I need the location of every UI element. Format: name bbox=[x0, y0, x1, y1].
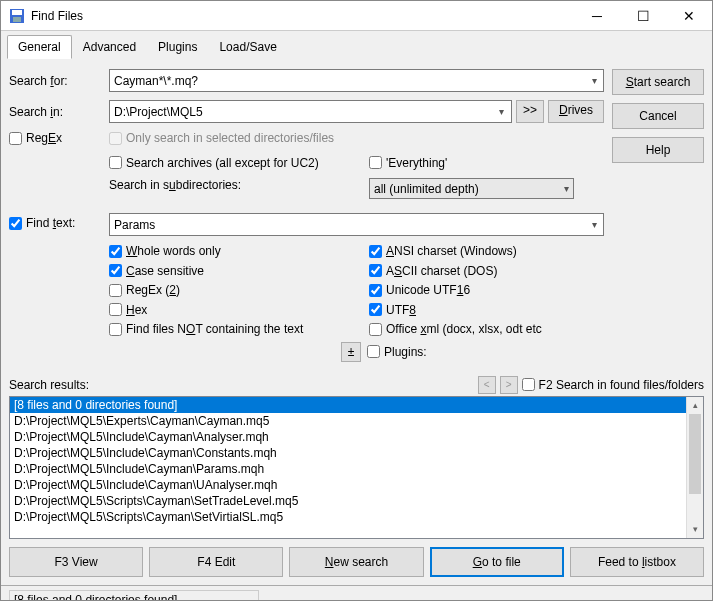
not-containing-checkbox[interactable]: Find files NOT containing the text bbox=[109, 322, 303, 336]
office-checkbox[interactable]: Office xml (docx, xlsx, odt etc bbox=[369, 322, 542, 336]
window-title: Find Files bbox=[31, 9, 574, 23]
regex-checkbox[interactable]: RegEx bbox=[9, 131, 62, 145]
close-button[interactable]: ✕ bbox=[666, 1, 712, 31]
results-header[interactable]: [8 files and 0 directories found] bbox=[10, 397, 703, 413]
search-in-combo[interactable]: ▾ bbox=[109, 100, 512, 123]
result-item[interactable]: D:\Project\MQL5\Scripts\Cayman\SetVirtia… bbox=[10, 509, 703, 525]
regex2-checkbox[interactable]: RegEx (2) bbox=[109, 283, 180, 297]
result-item[interactable]: D:\Project\MQL5\Scripts\Cayman\SetTradeL… bbox=[10, 493, 703, 509]
tab-general[interactable]: General bbox=[7, 35, 72, 59]
svg-rect-2 bbox=[13, 17, 21, 22]
f2-checkbox[interactable]: F2 Search in found files/folders bbox=[522, 378, 704, 392]
plugins-plus-button[interactable]: ± bbox=[341, 342, 361, 362]
search-for-label: Search for: bbox=[9, 74, 109, 88]
case-sensitive-checkbox[interactable]: Case sensitive bbox=[109, 264, 204, 278]
depth-select[interactable]: all (unlimited depth) ▾ bbox=[369, 178, 574, 199]
chevron-down-icon[interactable]: ▾ bbox=[585, 219, 603, 230]
status-text: [8 files and 0 directories found] bbox=[9, 590, 259, 602]
chevron-down-icon[interactable]: ▾ bbox=[493, 106, 511, 117]
chevron-down-icon[interactable]: ▾ bbox=[564, 183, 569, 194]
result-item[interactable]: D:\Project\MQL5\Include\Cayman\Analyser.… bbox=[10, 429, 703, 445]
result-item[interactable]: D:\Project\MQL5\Include\Cayman\Constants… bbox=[10, 445, 703, 461]
next-result-button[interactable]: > bbox=[500, 376, 518, 394]
find-text-combo[interactable]: ▾ bbox=[109, 213, 604, 236]
chevron-down-icon[interactable]: ▾ bbox=[585, 75, 603, 86]
search-for-input[interactable] bbox=[110, 74, 585, 88]
scroll-thumb[interactable] bbox=[689, 414, 701, 494]
only-selected-checkbox: Only search in selected directories/file… bbox=[109, 131, 334, 145]
tab-row: General Advanced Plugins Load/Save bbox=[1, 31, 712, 59]
drives-button[interactable]: Drives bbox=[548, 100, 604, 123]
result-item[interactable]: D:\Project\MQL5\Include\Cayman\Params.mq… bbox=[10, 461, 703, 477]
scrollbar[interactable]: ▴ ▾ bbox=[686, 397, 703, 538]
search-for-combo[interactable]: ▾ bbox=[109, 69, 604, 92]
app-icon bbox=[9, 8, 25, 24]
find-text-checkbox[interactable]: Find text: bbox=[9, 216, 75, 230]
f3-view-button[interactable]: F3 View bbox=[9, 547, 143, 577]
whole-words-checkbox[interactable]: Whole words only bbox=[109, 244, 221, 258]
maximize-button[interactable]: ☐ bbox=[620, 1, 666, 31]
scroll-down-icon[interactable]: ▾ bbox=[687, 521, 703, 538]
result-item[interactable]: D:\Project\MQL5\Include\Cayman\UAnalyser… bbox=[10, 477, 703, 493]
scroll-up-icon[interactable]: ▴ bbox=[687, 397, 703, 414]
titlebar: Find Files ─ ☐ ✕ bbox=[1, 1, 712, 31]
tab-loadsave[interactable]: Load/Save bbox=[208, 35, 287, 59]
status-bar: [8 files and 0 directories found] bbox=[1, 585, 712, 602]
result-item[interactable]: D:\Project\MQL5\Experts\Cayman\Cayman.mq… bbox=[10, 413, 703, 429]
find-text-input[interactable] bbox=[110, 218, 585, 232]
depth-value: all (unlimited depth) bbox=[374, 182, 479, 196]
prev-result-button[interactable]: < bbox=[478, 376, 496, 394]
subdirs-label: Search in subdirectories: bbox=[109, 178, 241, 192]
everything-checkbox[interactable]: 'Everything' bbox=[369, 156, 447, 170]
help-button[interactable]: Help bbox=[612, 137, 704, 163]
more-button[interactable]: >> bbox=[516, 100, 544, 123]
search-archives-checkbox[interactable]: Search archives (all except for UC2) bbox=[109, 156, 319, 170]
search-in-label: Search in: bbox=[9, 105, 109, 119]
feed-listbox-button[interactable]: Feed to listbox bbox=[570, 547, 704, 577]
new-search-button[interactable]: New search bbox=[289, 547, 423, 577]
utf16-checkbox[interactable]: Unicode UTF16 bbox=[369, 283, 470, 297]
minimize-button[interactable]: ─ bbox=[574, 1, 620, 31]
utf8-checkbox[interactable]: UTF8 bbox=[369, 303, 416, 317]
svg-rect-1 bbox=[12, 10, 22, 15]
cancel-button[interactable]: Cancel bbox=[612, 103, 704, 129]
tab-advanced[interactable]: Advanced bbox=[72, 35, 147, 59]
results-list[interactable]: [8 files and 0 directories found] D:\Pro… bbox=[9, 396, 704, 539]
hex-checkbox[interactable]: Hex bbox=[109, 303, 147, 317]
f4-edit-button[interactable]: F4 Edit bbox=[149, 547, 283, 577]
search-in-input[interactable] bbox=[110, 105, 493, 119]
goto-file-button[interactable]: Go to file bbox=[430, 547, 564, 577]
results-label: Search results: bbox=[9, 378, 89, 392]
start-search-button[interactable]: Start search bbox=[612, 69, 704, 95]
tab-plugins[interactable]: Plugins bbox=[147, 35, 208, 59]
ascii-checkbox[interactable]: ASCII charset (DOS) bbox=[369, 264, 497, 278]
ansi-checkbox[interactable]: ANSI charset (Windows) bbox=[369, 244, 517, 258]
plugins-checkbox[interactable]: Plugins: bbox=[367, 345, 427, 359]
